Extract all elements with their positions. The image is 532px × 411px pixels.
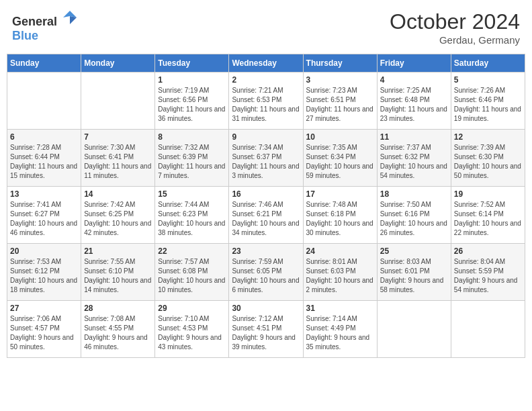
logo-blue: Blue (12, 29, 38, 42)
day-cell: 4Sunrise: 7:25 AM Sunset: 6:48 PM Daylig… (377, 73, 451, 130)
day-cell: 7Sunrise: 7:30 AM Sunset: 6:41 PM Daylig… (81, 130, 155, 187)
weekday-header-monday: Monday (81, 54, 155, 73)
day-cell: 18Sunrise: 7:50 AM Sunset: 6:16 PM Dayli… (377, 187, 451, 244)
day-info: Sunrise: 7:37 AM Sunset: 6:32 PM Dayligh… (380, 143, 448, 181)
day-info: Sunrise: 7:39 AM Sunset: 6:30 PM Dayligh… (454, 143, 522, 181)
day-cell: 15Sunrise: 7:44 AM Sunset: 6:23 PM Dayli… (155, 187, 229, 244)
day-info: Sunrise: 7:12 AM Sunset: 4:51 PM Dayligh… (232, 314, 300, 352)
week-row-3: 13Sunrise: 7:41 AM Sunset: 6:27 PM Dayli… (7, 187, 525, 244)
day-number: 6 (10, 132, 78, 142)
day-info: Sunrise: 7:59 AM Sunset: 6:05 PM Dayligh… (232, 257, 300, 295)
day-info: Sunrise: 8:04 AM Sunset: 5:59 PM Dayligh… (454, 257, 522, 295)
day-info: Sunrise: 7:34 AM Sunset: 6:37 PM Dayligh… (232, 143, 300, 181)
day-number: 24 (306, 246, 374, 256)
day-info: Sunrise: 7:10 AM Sunset: 4:53 PM Dayligh… (158, 314, 226, 352)
day-cell: 17Sunrise: 7:48 AM Sunset: 6:18 PM Dayli… (303, 187, 377, 244)
day-info: Sunrise: 7:42 AM Sunset: 6:25 PM Dayligh… (84, 200, 152, 238)
day-cell: 22Sunrise: 7:57 AM Sunset: 6:08 PM Dayli… (155, 244, 229, 301)
day-cell: 27Sunrise: 7:06 AM Sunset: 4:57 PM Dayli… (7, 301, 81, 358)
day-number: 5 (454, 75, 522, 85)
day-number: 30 (232, 304, 300, 313)
day-info: Sunrise: 7:19 AM Sunset: 6:56 PM Dayligh… (158, 86, 226, 124)
logo-general: General (12, 15, 57, 28)
day-number: 11 (380, 132, 448, 142)
day-cell: 2Sunrise: 7:21 AM Sunset: 6:53 PM Daylig… (229, 73, 303, 130)
day-number: 20 (10, 246, 78, 256)
title-block: October 2024 Gerdau, Germany (390, 9, 520, 46)
weekday-header-friday: Friday (377, 54, 451, 73)
day-cell: 26Sunrise: 8:04 AM Sunset: 5:59 PM Dayli… (451, 244, 525, 301)
day-info: Sunrise: 7:25 AM Sunset: 6:48 PM Dayligh… (380, 86, 448, 124)
day-number: 16 (232, 189, 300, 199)
day-number: 29 (158, 304, 226, 313)
day-cell: 1Sunrise: 7:19 AM Sunset: 6:56 PM Daylig… (155, 73, 229, 130)
day-number: 13 (10, 189, 78, 199)
day-number: 7 (84, 132, 152, 142)
day-number: 19 (454, 189, 522, 199)
day-info: Sunrise: 7:32 AM Sunset: 6:39 PM Dayligh… (158, 143, 226, 181)
page-header: General Blue October 2024 Gerdau, German… (7, 7, 525, 48)
day-cell: 14Sunrise: 7:42 AM Sunset: 6:25 PM Dayli… (81, 187, 155, 244)
day-number: 22 (158, 246, 226, 256)
day-info: Sunrise: 7:57 AM Sunset: 6:08 PM Dayligh… (158, 257, 226, 295)
day-cell: 21Sunrise: 7:55 AM Sunset: 6:10 PM Dayli… (81, 244, 155, 301)
day-info: Sunrise: 7:50 AM Sunset: 6:16 PM Dayligh… (380, 200, 448, 238)
day-cell: 25Sunrise: 8:03 AM Sunset: 6:01 PM Dayli… (377, 244, 451, 301)
day-info: Sunrise: 7:06 AM Sunset: 4:57 PM Dayligh… (10, 314, 78, 352)
day-info: Sunrise: 7:23 AM Sunset: 6:51 PM Dayligh… (306, 86, 374, 124)
weekday-header-saturday: Saturday (451, 54, 525, 73)
month-title: October 2024 (390, 9, 520, 34)
day-info: Sunrise: 7:21 AM Sunset: 6:53 PM Dayligh… (232, 86, 300, 124)
day-info: Sunrise: 7:44 AM Sunset: 6:23 PM Dayligh… (158, 200, 226, 238)
weekday-header-sunday: Sunday (7, 54, 81, 73)
week-row-4: 20Sunrise: 7:53 AM Sunset: 6:12 PM Dayli… (7, 244, 525, 301)
day-cell (377, 301, 451, 358)
week-row-1: 1Sunrise: 7:19 AM Sunset: 6:56 PM Daylig… (7, 73, 525, 130)
day-cell (451, 301, 525, 358)
day-number: 17 (306, 189, 374, 199)
calendar-body: 1Sunrise: 7:19 AM Sunset: 6:56 PM Daylig… (7, 73, 525, 358)
day-number: 27 (10, 304, 78, 313)
week-row-5: 27Sunrise: 7:06 AM Sunset: 4:57 PM Dayli… (7, 301, 525, 358)
day-number: 1 (158, 75, 226, 85)
day-number: 31 (306, 304, 374, 313)
day-cell: 24Sunrise: 8:01 AM Sunset: 6:03 PM Dayli… (303, 244, 377, 301)
day-number: 25 (380, 246, 448, 256)
day-info: Sunrise: 7:14 AM Sunset: 4:49 PM Dayligh… (306, 314, 374, 352)
day-cell: 13Sunrise: 7:41 AM Sunset: 6:27 PM Dayli… (7, 187, 81, 244)
weekday-header-row: SundayMondayTuesdayWednesdayThursdayFrid… (7, 54, 525, 73)
day-info: Sunrise: 7:55 AM Sunset: 6:10 PM Dayligh… (84, 257, 152, 295)
week-row-2: 6Sunrise: 7:28 AM Sunset: 6:44 PM Daylig… (7, 130, 525, 187)
day-number: 8 (158, 132, 226, 142)
logo-icon (62, 9, 78, 26)
day-info: Sunrise: 7:41 AM Sunset: 6:27 PM Dayligh… (10, 200, 78, 238)
day-number: 21 (84, 246, 152, 256)
day-cell: 3Sunrise: 7:23 AM Sunset: 6:51 PM Daylig… (303, 73, 377, 130)
svg-marker-1 (70, 16, 77, 24)
day-info: Sunrise: 7:08 AM Sunset: 4:55 PM Dayligh… (84, 314, 152, 352)
day-cell: 9Sunrise: 7:34 AM Sunset: 6:37 PM Daylig… (229, 130, 303, 187)
day-cell (81, 73, 155, 130)
day-cell: 31Sunrise: 7:14 AM Sunset: 4:49 PM Dayli… (303, 301, 377, 358)
day-cell: 29Sunrise: 7:10 AM Sunset: 4:53 PM Dayli… (155, 301, 229, 358)
day-number: 4 (380, 75, 448, 85)
day-cell: 11Sunrise: 7:37 AM Sunset: 6:32 PM Dayli… (377, 130, 451, 187)
day-info: Sunrise: 7:30 AM Sunset: 6:41 PM Dayligh… (84, 143, 152, 181)
logo-text: General Blue (12, 9, 78, 43)
day-cell: 5Sunrise: 7:26 AM Sunset: 6:46 PM Daylig… (451, 73, 525, 130)
weekday-header-tuesday: Tuesday (155, 54, 229, 73)
day-cell: 28Sunrise: 7:08 AM Sunset: 4:55 PM Dayli… (81, 301, 155, 358)
day-number: 14 (84, 189, 152, 199)
calendar-table: SundayMondayTuesdayWednesdayThursdayFrid… (7, 54, 525, 358)
day-info: Sunrise: 8:01 AM Sunset: 6:03 PM Dayligh… (306, 257, 374, 295)
day-info: Sunrise: 7:28 AM Sunset: 6:44 PM Dayligh… (10, 143, 78, 181)
day-number: 18 (380, 189, 448, 199)
logo: General Blue (12, 9, 78, 43)
day-info: Sunrise: 7:48 AM Sunset: 6:18 PM Dayligh… (306, 200, 374, 238)
day-cell: 30Sunrise: 7:12 AM Sunset: 4:51 PM Dayli… (229, 301, 303, 358)
day-number: 2 (232, 75, 300, 85)
day-cell: 16Sunrise: 7:46 AM Sunset: 6:21 PM Dayli… (229, 187, 303, 244)
day-cell: 23Sunrise: 7:59 AM Sunset: 6:05 PM Dayli… (229, 244, 303, 301)
day-number: 9 (232, 132, 300, 142)
day-cell: 10Sunrise: 7:35 AM Sunset: 6:34 PM Dayli… (303, 130, 377, 187)
